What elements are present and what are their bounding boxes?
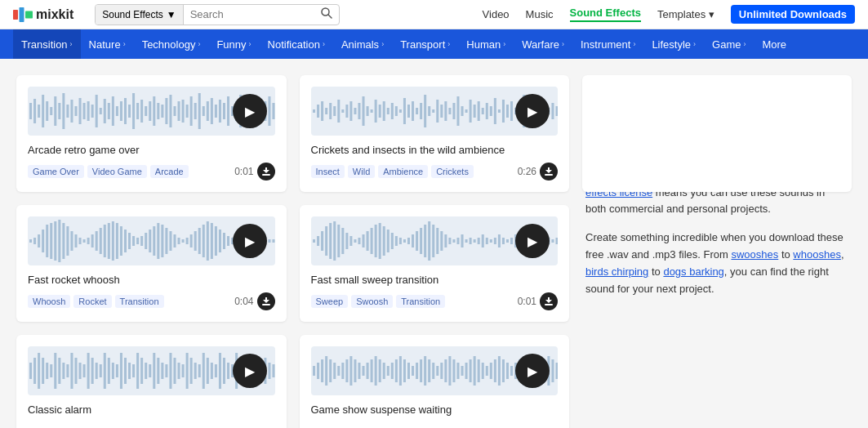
svg-rect-5 — [29, 103, 32, 119]
svg-rect-35 — [153, 96, 155, 126]
search-bar: Sound Effects ▼ — [95, 4, 339, 25]
svg-rect-292 — [207, 358, 209, 384]
cat-nav-technology[interactable]: Technology › — [134, 29, 209, 59]
nav-templates[interactable]: Templates ▾ — [657, 8, 714, 20]
svg-rect-191 — [325, 226, 327, 256]
svg-rect-284 — [173, 358, 176, 384]
download-button-4[interactable] — [257, 292, 275, 310]
svg-rect-98 — [444, 101, 447, 121]
svg-rect-133 — [54, 221, 56, 261]
svg-rect-280 — [157, 358, 159, 384]
mixkit-logo-icon — [13, 7, 33, 22]
svg-rect-161 — [169, 231, 171, 251]
search-input[interactable] — [184, 5, 314, 25]
sound-card-1: ▶ Arcade retro game over Game Over Video… — [16, 75, 287, 192]
cat-nav-transition[interactable]: Transition › — [13, 29, 81, 59]
svg-rect-333 — [412, 366, 414, 376]
tag[interactable]: Crickets — [431, 165, 474, 178]
play-button-4[interactable]: ▶ — [233, 224, 267, 258]
svg-rect-30 — [132, 93, 135, 129]
download-button-2[interactable] — [540, 163, 558, 181]
cat-nav-human[interactable]: Human › — [458, 29, 514, 59]
play-button-2[interactable]: ▶ — [515, 94, 550, 128]
download-button-1[interactable] — [257, 163, 275, 181]
tag[interactable]: Video Game — [87, 165, 147, 178]
svg-rect-36 — [157, 103, 159, 119]
svg-rect-322 — [366, 363, 368, 379]
svg-rect-234 — [501, 238, 504, 244]
svg-rect-263 — [87, 353, 90, 389]
tag[interactable]: Ambience — [378, 165, 428, 178]
svg-rect-83 — [382, 101, 385, 121]
svg-rect-126 — [545, 174, 553, 176]
cat-nav-lifestyle[interactable]: Lifestyle › — [643, 29, 704, 59]
cat-nav-notification[interactable]: Notification › — [260, 29, 333, 59]
cat-nav-warfare[interactable]: Warfare › — [514, 29, 572, 59]
play-button-7[interactable]: ▶ — [515, 354, 550, 388]
nav-music[interactable]: Music — [526, 8, 554, 20]
svg-rect-341 — [444, 359, 447, 382]
svg-rect-109 — [489, 106, 492, 116]
tag[interactable]: Wild — [348, 165, 375, 178]
svg-rect-138 — [74, 234, 77, 247]
svg-rect-49 — [211, 98, 213, 124]
tag[interactable]: Swoosh — [351, 295, 393, 308]
svg-rect-168 — [198, 228, 201, 254]
svg-rect-334 — [416, 363, 418, 379]
svg-rect-69 — [325, 108, 327, 114]
tag[interactable]: Rocket — [73, 295, 111, 308]
cat-nav-more[interactable]: More — [754, 29, 795, 59]
play-button-6[interactable]: ▶ — [233, 354, 267, 388]
svg-rect-113 — [505, 105, 508, 118]
cat-nav-funny[interactable]: Funny › — [208, 29, 259, 59]
card-tags-row-5: Sweep Swoosh Transition 0:01 — [311, 292, 559, 310]
svg-rect-187 — [262, 304, 270, 305]
cat-nav-transport[interactable]: Transport › — [392, 29, 458, 59]
category-nav: Transition › Nature › Technology › Funny… — [0, 29, 868, 59]
tag[interactable]: Game Over — [28, 165, 84, 178]
svg-rect-127 — [29, 239, 32, 243]
play-button-1[interactable]: ▶ — [233, 94, 267, 128]
cat-nav-game[interactable]: Game › — [704, 29, 754, 59]
svg-rect-86 — [394, 106, 397, 116]
tag[interactable]: Sweep — [311, 295, 349, 308]
cat-label-funny: Funny — [216, 38, 246, 51]
play-button-5[interactable]: ▶ — [515, 224, 550, 258]
svg-rect-17 — [79, 98, 82, 124]
sound-title-7: Game show suspense waiting — [311, 403, 559, 416]
download-button-5[interactable] — [540, 292, 558, 310]
search-type-button[interactable]: Sound Effects ▼ — [96, 5, 183, 25]
nav-sound-effects[interactable]: Sound Effects — [570, 7, 641, 22]
svg-rect-256 — [58, 358, 60, 384]
svg-rect-209 — [398, 238, 401, 244]
tag[interactable]: Transition — [396, 295, 445, 308]
svg-rect-147 — [112, 221, 114, 261]
link-whooshes[interactable]: whooshes — [793, 248, 841, 261]
svg-rect-312 — [325, 356, 327, 386]
cat-nav-nature[interactable]: Nature › — [81, 29, 134, 59]
nav-unlimited-downloads[interactable]: Unlimited Downloads — [731, 5, 855, 24]
svg-rect-294 — [215, 364, 217, 377]
tag[interactable]: Transition — [115, 295, 164, 308]
waveform-7: ▶ — [311, 346, 559, 395]
svg-rect-325 — [378, 359, 381, 382]
search-submit-button[interactable] — [314, 7, 339, 21]
svg-rect-104 — [469, 100, 471, 123]
duration-2: 0:26 — [518, 166, 536, 177]
logo[interactable]: mixkit — [13, 7, 73, 22]
tag[interactable]: Insect — [311, 165, 345, 178]
svg-rect-270 — [116, 364, 118, 377]
link-swooshes[interactable]: swooshes — [731, 248, 778, 261]
tag[interactable]: Arcade — [150, 165, 189, 178]
cat-nav-instrument[interactable]: Instrument › — [572, 29, 643, 59]
svg-rect-105 — [473, 105, 475, 118]
link-dogs-barking[interactable]: dogs barking — [663, 265, 723, 278]
svg-rect-0 — [13, 10, 18, 20]
tag[interactable]: Whoosh — [28, 295, 70, 308]
link-birds-chirping[interactable]: birds chirping — [585, 265, 648, 278]
cat-nav-animals[interactable]: Animals › — [333, 29, 392, 59]
svg-rect-131 — [46, 225, 48, 257]
svg-rect-157 — [153, 226, 155, 256]
svg-rect-96 — [436, 100, 438, 123]
nav-video[interactable]: Video — [483, 8, 510, 20]
